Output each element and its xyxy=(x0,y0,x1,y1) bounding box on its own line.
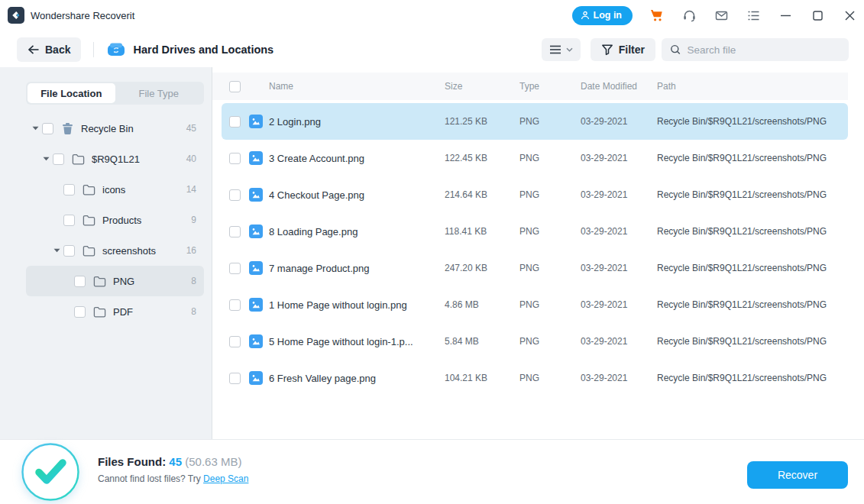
file-name: 2 Login.png xyxy=(269,116,435,128)
minimize-button[interactable] xyxy=(778,8,793,23)
footer-bar: Files Found: 45 (50.63 MB) Cannot find l… xyxy=(0,439,864,504)
toolbar: Back Hard Drives and Locations Filte xyxy=(17,37,849,63)
deep-scan-link[interactable]: Deep Scan xyxy=(203,473,248,484)
column-name[interactable]: Name xyxy=(269,81,435,92)
maximize-button[interactable] xyxy=(810,8,825,23)
support-headset-icon[interactable] xyxy=(681,8,697,23)
funnel-icon xyxy=(601,44,613,56)
file-path: Recycle Bin/$R9Q1L21/screenshots/PNG xyxy=(655,299,848,310)
row-checkbox[interactable] xyxy=(229,153,241,164)
hamburger-icon xyxy=(549,44,561,55)
file-name: 7 manage Product.png xyxy=(269,263,435,274)
recover-button[interactable]: Recover xyxy=(747,461,848,489)
row-checkbox[interactable] xyxy=(229,226,241,237)
tree-item[interactable]: PNG 8 xyxy=(26,266,204,296)
image-file-icon xyxy=(249,334,269,348)
tree-item[interactable]: icons 14 xyxy=(26,174,204,205)
file-date-modified: 03-29-2021 xyxy=(579,153,655,163)
back-arrow-icon xyxy=(28,44,40,55)
table-row[interactable]: 8 Loading Page.png 118.41 KB PNG 03-29-2… xyxy=(222,213,848,250)
image-file-icon xyxy=(249,225,269,238)
select-all-checkbox[interactable] xyxy=(229,81,241,92)
image-file-icon xyxy=(249,115,269,128)
file-size: 247.20 KB xyxy=(435,263,512,273)
cart-icon[interactable] xyxy=(649,8,665,23)
deep-scan-prefix: Cannot find lost files? Try xyxy=(98,473,201,484)
tree-item[interactable]: $R9Q1L21 40 xyxy=(26,144,204,174)
expand-arrow-icon[interactable] xyxy=(41,157,50,161)
mail-icon[interactable] xyxy=(714,8,729,23)
files-found-line: Files Found: 45 (50.63 MB) xyxy=(98,455,248,468)
sidebar: File Location File Type Re xyxy=(0,67,212,439)
column-type[interactable]: Type xyxy=(512,81,579,92)
row-checkbox[interactable] xyxy=(229,189,241,201)
back-button[interactable]: Back xyxy=(17,37,81,62)
file-path: Recycle Bin/$R9Q1L21/screenshots/PNG xyxy=(655,263,848,273)
file-size: 5.84 MB xyxy=(435,336,512,347)
file-type: PNG xyxy=(512,226,579,237)
tree-checkbox[interactable] xyxy=(53,153,64,165)
row-checkbox[interactable] xyxy=(229,299,241,311)
app-window: Wondershare Recoverit Log in xyxy=(0,0,864,504)
close-button[interactable] xyxy=(842,8,857,23)
table-row[interactable]: 7 manage Product.png 247.20 KB PNG 03-29… xyxy=(222,250,848,286)
tree-item[interactable]: screenshots 16 xyxy=(26,235,204,266)
file-name: 3 Create Account.png xyxy=(269,153,435,164)
view-options-button[interactable] xyxy=(542,38,581,61)
file-size: 118.41 KB xyxy=(435,226,512,237)
files-found-count: 45 xyxy=(169,455,182,468)
titlebar: Wondershare Recoverit Log in xyxy=(0,0,864,31)
column-size[interactable]: Size xyxy=(435,81,512,92)
expand-arrow-icon[interactable] xyxy=(31,126,40,131)
folder-icon xyxy=(92,306,107,318)
login-label: Log in xyxy=(594,10,623,21)
table-row[interactable]: 6 Fresh Valley page.png 104.21 KB PNG 03… xyxy=(222,360,848,396)
tree-checkbox[interactable] xyxy=(74,306,86,318)
tree-item[interactable]: PDF 8 xyxy=(26,296,204,327)
folder-icon xyxy=(92,276,107,287)
row-checkbox[interactable] xyxy=(229,373,241,384)
table-row[interactable]: 5 Home Page without login-1.p... 5.84 MB… xyxy=(222,323,848,360)
tree-checkbox[interactable] xyxy=(42,123,53,134)
sidebar-tab[interactable]: File Location xyxy=(28,83,115,103)
file-path: Recycle Bin/$R9Q1L21/screenshots/PNG xyxy=(655,189,848,200)
filter-button[interactable]: Filter xyxy=(591,38,655,61)
tree-item-count: 16 xyxy=(186,245,196,256)
tree-checkbox[interactable] xyxy=(63,184,75,195)
tree-checkbox[interactable] xyxy=(63,215,75,226)
folder-icon xyxy=(82,184,96,195)
table-row[interactable]: 3 Create Account.png 122.45 KB PNG 03-29… xyxy=(222,140,848,176)
tree-item[interactable]: Products 9 xyxy=(26,205,204,235)
file-path: Recycle Bin/$R9Q1L21/screenshots/PNG xyxy=(655,226,848,237)
row-checkbox[interactable] xyxy=(229,263,241,274)
file-path: Recycle Bin/$R9Q1L21/screenshots/PNG xyxy=(655,336,848,347)
hard-drive-icon xyxy=(106,40,126,59)
row-checkbox[interactable] xyxy=(229,336,241,347)
app-logo-icon xyxy=(8,7,24,24)
file-date-modified: 03-29-2021 xyxy=(579,299,655,310)
file-size: 4.86 MB xyxy=(435,299,512,310)
table-row[interactable]: 2 Login.png 121.25 KB PNG 03-29-2021 Rec… xyxy=(222,103,848,140)
tree-item-label: Products xyxy=(102,215,191,226)
login-button[interactable]: Log in xyxy=(572,6,633,25)
trash-icon xyxy=(60,121,75,135)
table-row[interactable]: 4 Checkout Page.png 214.64 KB PNG 03-29-… xyxy=(222,176,848,213)
search-input[interactable] xyxy=(687,44,840,56)
tree-checkbox[interactable] xyxy=(74,276,86,287)
tree-item-label: screenshots xyxy=(102,245,186,257)
search-box xyxy=(662,38,849,61)
tree-item-label: icons xyxy=(102,184,186,195)
tree-item-count: 45 xyxy=(186,123,196,134)
file-size: 121.25 KB xyxy=(435,116,512,127)
tree-item[interactable]: Recycle Bin 45 xyxy=(26,113,204,144)
column-date-modified[interactable]: Date Modified xyxy=(579,81,655,92)
tree-checkbox[interactable] xyxy=(63,245,75,257)
row-checkbox[interactable] xyxy=(229,116,241,128)
table-row[interactable]: 1 Home Page without login.png 4.86 MB PN… xyxy=(222,286,848,323)
tree-item-count: 8 xyxy=(191,306,196,317)
chevron-down-icon xyxy=(566,47,573,52)
menu-list-icon[interactable] xyxy=(746,8,761,23)
expand-arrow-icon[interactable] xyxy=(52,248,61,253)
sidebar-tab[interactable]: File Type xyxy=(115,83,203,103)
column-path[interactable]: Path xyxy=(655,81,848,92)
